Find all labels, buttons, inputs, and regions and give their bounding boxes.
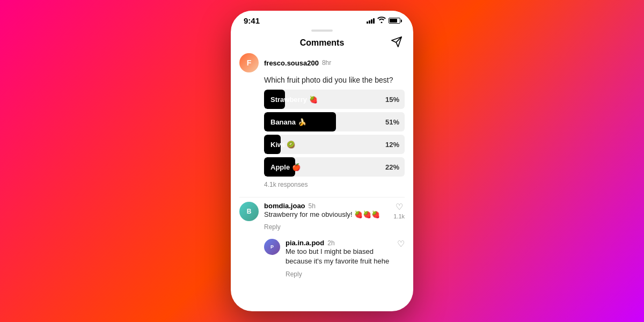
time-bomdia: 5h [309, 202, 316, 210]
comment-item-bomdia: B bomdia.joao 5h Strawberry for me obvio… [239, 202, 405, 231]
like-count-bomdia: 1.1k [393, 213, 405, 219]
poll-avatar: F [239, 53, 259, 72]
comments-header: Comments [231, 36, 413, 53]
poll-option-apple[interactable]: Apple 🍎 22% [264, 157, 405, 177]
poll-comment: F fresco.sousa200 8hr Which fruit photo … [239, 53, 405, 188]
poll-username: fresco.sousa200 [264, 59, 319, 67]
poll-responses: 4.1k responses [264, 181, 405, 188]
avatar-bomdia-image: B [239, 202, 259, 221]
comment-content-bomdia: bomdia.joao 5h Strawberry for me obvious… [264, 202, 388, 231]
poll-percent-apple: 22% [385, 163, 399, 171]
poll-option-strawberry[interactable]: Strawberry 🍓 15% [264, 90, 405, 109]
username-bomdia: bomdia.joao [264, 202, 305, 210]
status-time: 9:41 [244, 16, 260, 25]
poll-percent-kiwi: 12% [385, 141, 399, 149]
separator [239, 197, 405, 197]
poll-body: Which fruit photo did you like the best?… [264, 76, 405, 188]
send-icon[interactable] [391, 36, 402, 50]
comment-text-bomdia: Strawberry for me obviously! 🍓🍓🍓 [264, 210, 388, 219]
poll-question: Which fruit photo did you like the best? [264, 76, 405, 84]
poll-percent-banana: 51% [385, 118, 399, 126]
reply-link-bomdia[interactable]: Reply [264, 223, 281, 231]
heart-icon-pia[interactable]: ♡ [397, 239, 405, 249]
username-pia: pia.in.a.pod [286, 239, 324, 247]
poll-percent-strawberry: 15% [385, 96, 399, 104]
status-icons [367, 17, 400, 25]
battery-icon [389, 18, 400, 24]
wifi-icon [377, 17, 386, 25]
poll-option-label-strawberry: Strawberry 🍓 [264, 96, 324, 104]
avatar-pia: P [264, 239, 280, 255]
poll-option-banana[interactable]: Banana 🍌 51% [264, 112, 405, 131]
reply-link-pia[interactable]: Reply [286, 270, 302, 278]
avatar-pia-image: P [264, 239, 280, 255]
poll-option-kiwi[interactable]: Kiwi 🥝 12% [264, 135, 405, 154]
poll-options: Strawberry 🍓 15% Banana 🍌 51% Kiwi 🥝 12% [264, 90, 405, 177]
poll-option-label-banana: Banana 🍌 [264, 118, 313, 126]
comments-title: Comments [300, 38, 345, 48]
drag-handle [311, 30, 333, 32]
poll-option-label-apple: Apple 🍎 [264, 163, 307, 171]
username-line-bomdia: bomdia.joao 5h [264, 202, 388, 210]
phone-frame: 9:41 Comments [231, 11, 413, 311]
poll-username-line: fresco.sousa200 8hr [264, 59, 331, 67]
like-section-bomdia: ♡ 1.1k [393, 202, 405, 219]
poll-time: 8hr [322, 59, 331, 67]
comment-text-pia: Me too but I might be biased because it'… [286, 247, 392, 266]
poll-avatar-image: F [239, 53, 259, 72]
username-line-pia: pia.in.a.pod 2h [286, 239, 392, 247]
avatar-bomdia: B [239, 202, 259, 221]
reply-content-pia: pia.in.a.pod 2h Me too but I might be bi… [286, 239, 392, 278]
like-section-pia: ♡ [397, 239, 405, 249]
reply-comment-pia: P pia.in.a.pod 2h Me too but I might be … [264, 239, 405, 278]
signal-icon [367, 18, 375, 24]
status-bar: 9:41 [231, 11, 413, 27]
heart-icon-bomdia[interactable]: ♡ [396, 202, 403, 212]
poll-option-label-kiwi: Kiwi 🥝 [264, 141, 302, 149]
poll-comment-header: F fresco.sousa200 8hr [239, 53, 405, 72]
scroll-content[interactable]: F fresco.sousa200 8hr Which fruit photo … [231, 53, 413, 311]
time-pia: 2h [327, 239, 334, 247]
